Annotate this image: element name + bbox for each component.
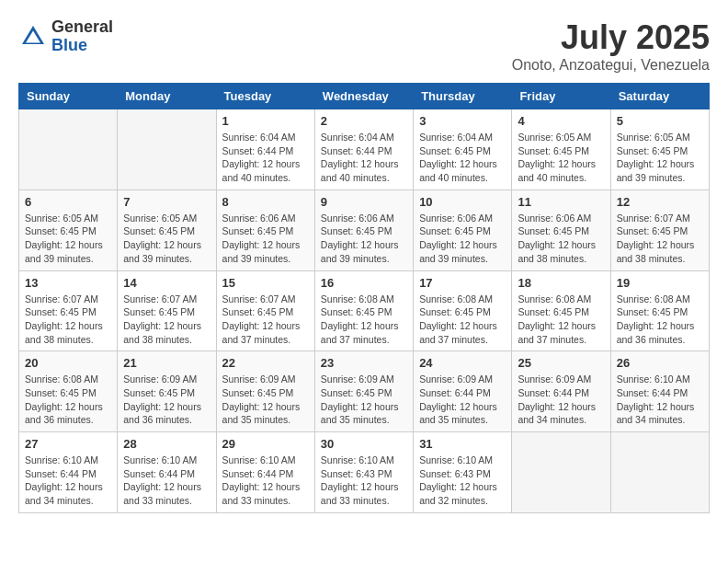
day-info: Sunrise: 6:06 AM Sunset: 6:45 PM Dayligh… — [419, 212, 506, 266]
calendar-cell: 12Sunrise: 6:07 AM Sunset: 6:45 PM Dayli… — [610, 190, 709, 270]
day-info: Sunrise: 6:09 AM Sunset: 6:44 PM Dayligh… — [419, 373, 506, 427]
day-info: Sunrise: 6:04 AM Sunset: 6:44 PM Dayligh… — [321, 131, 407, 185]
calendar-cell: 17Sunrise: 6:08 AM Sunset: 6:45 PM Dayli… — [414, 270, 512, 351]
day-info: Sunrise: 6:08 AM Sunset: 6:45 PM Dayligh… — [419, 293, 506, 347]
calendar-cell: 1Sunrise: 6:04 AM Sunset: 6:44 PM Daylig… — [216, 109, 314, 190]
day-info: Sunrise: 6:06 AM Sunset: 6:45 PM Dayligh… — [222, 212, 309, 266]
day-number: 18 — [518, 276, 604, 290]
calendar-cell: 28Sunrise: 6:10 AM Sunset: 6:44 PM Dayli… — [118, 432, 216, 513]
day-number: 8 — [222, 195, 309, 209]
day-number: 25 — [518, 356, 604, 370]
day-number: 7 — [123, 195, 210, 209]
day-info: Sunrise: 6:09 AM Sunset: 6:45 PM Dayligh… — [321, 373, 407, 427]
day-info: Sunrise: 6:08 AM Sunset: 6:45 PM Dayligh… — [321, 293, 407, 347]
calendar-cell: 24Sunrise: 6:09 AM Sunset: 6:44 PM Dayli… — [414, 351, 512, 432]
day-info: Sunrise: 6:09 AM Sunset: 6:45 PM Dayligh… — [123, 373, 210, 427]
day-info: Sunrise: 6:06 AM Sunset: 6:45 PM Dayligh… — [518, 212, 604, 266]
day-number: 4 — [518, 114, 604, 128]
day-info: Sunrise: 6:08 AM Sunset: 6:45 PM Dayligh… — [617, 293, 703, 347]
day-info: Sunrise: 6:09 AM Sunset: 6:44 PM Dayligh… — [518, 373, 604, 427]
day-info: Sunrise: 6:05 AM Sunset: 6:45 PM Dayligh… — [617, 131, 703, 185]
day-number: 22 — [222, 356, 309, 370]
day-info: Sunrise: 6:09 AM Sunset: 6:45 PM Dayligh… — [222, 373, 309, 427]
calendar-cell: 20Sunrise: 6:08 AM Sunset: 6:45 PM Dayli… — [19, 351, 118, 432]
day-number: 28 — [123, 437, 210, 451]
calendar-table: SundayMondayTuesdayWednesdayThursdayFrid… — [18, 83, 710, 513]
day-number: 2 — [321, 114, 407, 128]
calendar-day-header: Saturday — [610, 84, 709, 109]
day-number: 24 — [419, 356, 506, 370]
calendar-cell: 14Sunrise: 6:07 AM Sunset: 6:45 PM Dayli… — [118, 270, 216, 351]
calendar-day-header: Friday — [512, 84, 610, 109]
day-number: 16 — [321, 276, 407, 290]
calendar-cell: 4Sunrise: 6:05 AM Sunset: 6:45 PM Daylig… — [512, 109, 610, 190]
day-info: Sunrise: 6:05 AM Sunset: 6:45 PM Dayligh… — [518, 131, 604, 185]
day-info: Sunrise: 6:10 AM Sunset: 6:43 PM Dayligh… — [321, 454, 407, 508]
calendar-cell — [512, 432, 610, 513]
day-info: Sunrise: 6:08 AM Sunset: 6:45 PM Dayligh… — [518, 293, 604, 347]
day-info: Sunrise: 6:07 AM Sunset: 6:45 PM Dayligh… — [222, 293, 309, 347]
day-info: Sunrise: 6:05 AM Sunset: 6:45 PM Dayligh… — [25, 212, 111, 266]
day-number: 31 — [419, 437, 506, 451]
calendar-day-header: Thursday — [414, 84, 512, 109]
calendar-week-row: 1Sunrise: 6:04 AM Sunset: 6:44 PM Daylig… — [19, 109, 710, 190]
day-info: Sunrise: 6:05 AM Sunset: 6:45 PM Dayligh… — [123, 212, 210, 266]
calendar-week-row: 13Sunrise: 6:07 AM Sunset: 6:45 PM Dayli… — [19, 270, 710, 351]
day-number: 12 — [617, 195, 703, 209]
calendar-cell: 10Sunrise: 6:06 AM Sunset: 6:45 PM Dayli… — [414, 190, 512, 270]
calendar-cell: 31Sunrise: 6:10 AM Sunset: 6:43 PM Dayli… — [414, 432, 512, 513]
location-subtitle: Onoto, Anzoategui, Venezuela — [512, 57, 710, 74]
calendar-cell: 29Sunrise: 6:10 AM Sunset: 6:44 PM Dayli… — [216, 432, 314, 513]
calendar-cell — [19, 109, 118, 190]
calendar-cell: 2Sunrise: 6:04 AM Sunset: 6:44 PM Daylig… — [314, 109, 413, 190]
day-info: Sunrise: 6:07 AM Sunset: 6:45 PM Dayligh… — [617, 212, 703, 266]
page-header: General Blue July 2025 Onoto, Anzoategui… — [18, 18, 710, 74]
calendar-week-row: 6Sunrise: 6:05 AM Sunset: 6:45 PM Daylig… — [19, 190, 710, 270]
day-info: Sunrise: 6:10 AM Sunset: 6:44 PM Dayligh… — [222, 454, 309, 508]
calendar-cell — [610, 432, 709, 513]
calendar-week-row: 20Sunrise: 6:08 AM Sunset: 6:45 PM Dayli… — [19, 351, 710, 432]
logo: General Blue — [18, 18, 113, 55]
day-info: Sunrise: 6:10 AM Sunset: 6:44 PM Dayligh… — [123, 454, 210, 508]
day-info: Sunrise: 6:07 AM Sunset: 6:45 PM Dayligh… — [25, 293, 111, 347]
day-number: 20 — [25, 356, 111, 370]
calendar-cell: 19Sunrise: 6:08 AM Sunset: 6:45 PM Dayli… — [610, 270, 709, 351]
calendar-day-header: Wednesday — [314, 84, 413, 109]
calendar-cell: 25Sunrise: 6:09 AM Sunset: 6:44 PM Dayli… — [512, 351, 610, 432]
day-number: 27 — [25, 437, 111, 451]
day-info: Sunrise: 6:06 AM Sunset: 6:45 PM Dayligh… — [321, 212, 407, 266]
calendar-cell — [118, 109, 216, 190]
day-number: 26 — [617, 356, 703, 370]
day-number: 10 — [419, 195, 506, 209]
day-info: Sunrise: 6:04 AM Sunset: 6:44 PM Dayligh… — [222, 131, 309, 185]
calendar-cell: 30Sunrise: 6:10 AM Sunset: 6:43 PM Dayli… — [314, 432, 413, 513]
calendar-cell: 7Sunrise: 6:05 AM Sunset: 6:45 PM Daylig… — [118, 190, 216, 270]
calendar-cell: 9Sunrise: 6:06 AM Sunset: 6:45 PM Daylig… — [314, 190, 413, 270]
calendar-cell: 23Sunrise: 6:09 AM Sunset: 6:45 PM Dayli… — [314, 351, 413, 432]
day-info: Sunrise: 6:10 AM Sunset: 6:43 PM Dayligh… — [419, 454, 506, 508]
day-number: 23 — [321, 356, 407, 370]
calendar-week-row: 27Sunrise: 6:10 AM Sunset: 6:44 PM Dayli… — [19, 432, 710, 513]
calendar-cell: 26Sunrise: 6:10 AM Sunset: 6:44 PM Dayli… — [610, 351, 709, 432]
day-number: 13 — [25, 276, 111, 290]
day-number: 3 — [419, 114, 506, 128]
day-number: 11 — [518, 195, 604, 209]
day-number: 14 — [123, 276, 210, 290]
calendar-cell: 13Sunrise: 6:07 AM Sunset: 6:45 PM Dayli… — [19, 270, 118, 351]
day-number: 21 — [123, 356, 210, 370]
calendar-cell: 8Sunrise: 6:06 AM Sunset: 6:45 PM Daylig… — [216, 190, 314, 270]
day-number: 30 — [321, 437, 407, 451]
calendar-cell: 21Sunrise: 6:09 AM Sunset: 6:45 PM Dayli… — [118, 351, 216, 432]
month-year-title: July 2025 — [512, 18, 710, 57]
day-info: Sunrise: 6:04 AM Sunset: 6:45 PM Dayligh… — [419, 131, 506, 185]
day-number: 9 — [321, 195, 407, 209]
logo-general-text: General — [51, 17, 113, 36]
logo-blue-text: Blue — [51, 36, 87, 54]
day-number: 29 — [222, 437, 309, 451]
calendar-cell: 22Sunrise: 6:09 AM Sunset: 6:45 PM Dayli… — [216, 351, 314, 432]
logo-text: General Blue — [51, 18, 113, 55]
day-info: Sunrise: 6:07 AM Sunset: 6:45 PM Dayligh… — [123, 293, 210, 347]
calendar-day-header: Sunday — [19, 84, 118, 109]
day-number: 15 — [222, 276, 309, 290]
day-number: 5 — [617, 114, 703, 128]
